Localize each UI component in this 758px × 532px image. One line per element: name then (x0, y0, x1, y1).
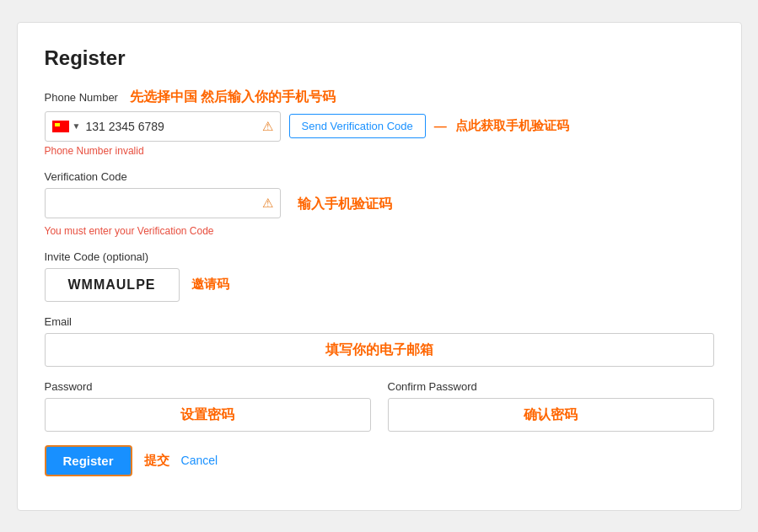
phone-value: 131 2345 6789 (85, 120, 261, 133)
phone-section: Phone Number 先选择中国 然后输入你的手机号码 ▼ 131 2345… (45, 89, 714, 157)
confirm-password-label: Confirm Password (388, 380, 714, 393)
phone-input-wrapper[interactable]: ▼ 131 2345 6789 ⚠ (45, 111, 281, 142)
phone-annotation: 先选择中国 然后输入你的手机号码 (130, 89, 336, 106)
verification-error: You must enter your Verification Code (45, 225, 714, 237)
page-title: Register (45, 46, 714, 70)
password-input[interactable] (45, 398, 371, 432)
invite-section: Invite Code (optional) 邀请码 (45, 250, 714, 302)
phone-error: Phone Number invalid (45, 145, 714, 157)
verification-input[interactable] (52, 196, 262, 210)
register-card: Register Phone Number 先选择中国 然后输入你的手机号码 ▼… (17, 22, 742, 511)
send-verification-button[interactable]: Send Verification Code (289, 114, 426, 138)
verification-section: Verification Code ⚠ 输入手机验证码 You must ent… (45, 170, 714, 237)
submit-annotation: 提交 (144, 453, 169, 469)
confirm-password-col: Confirm Password (388, 380, 714, 432)
verification-input-wrapper[interactable]: ⚠ (45, 188, 281, 218)
password-label: Password (45, 380, 371, 393)
verification-annotation: 输入手机验证码 (298, 196, 392, 213)
email-section: Email (45, 315, 714, 367)
arrow-icon: — (434, 119, 447, 133)
phone-warning-icon: ⚠ (262, 119, 273, 134)
email-input[interactable] (45, 333, 714, 367)
bottom-actions-row: Register 提交 Cancel (45, 445, 714, 476)
verification-warning-icon: ⚠ (262, 196, 273, 211)
email-label: Email (45, 315, 714, 328)
invite-input[interactable] (45, 268, 180, 302)
password-col: Password (45, 380, 371, 432)
china-flag-icon (52, 121, 69, 132)
invite-annotation: 邀请码 (191, 277, 229, 293)
cancel-link[interactable]: Cancel (181, 454, 218, 467)
verification-label: Verification Code (45, 170, 714, 183)
btn-annotation: 点此获取手机验证码 (455, 118, 569, 134)
confirm-password-input[interactable] (388, 398, 714, 432)
country-dropdown-arrow[interactable]: ▼ (73, 121, 81, 131)
invite-label: Invite Code (optional) (45, 250, 714, 263)
phone-label: Phone Number (45, 91, 118, 104)
password-section: Password Confirm Password (45, 380, 714, 432)
register-button[interactable]: Register (45, 445, 132, 476)
